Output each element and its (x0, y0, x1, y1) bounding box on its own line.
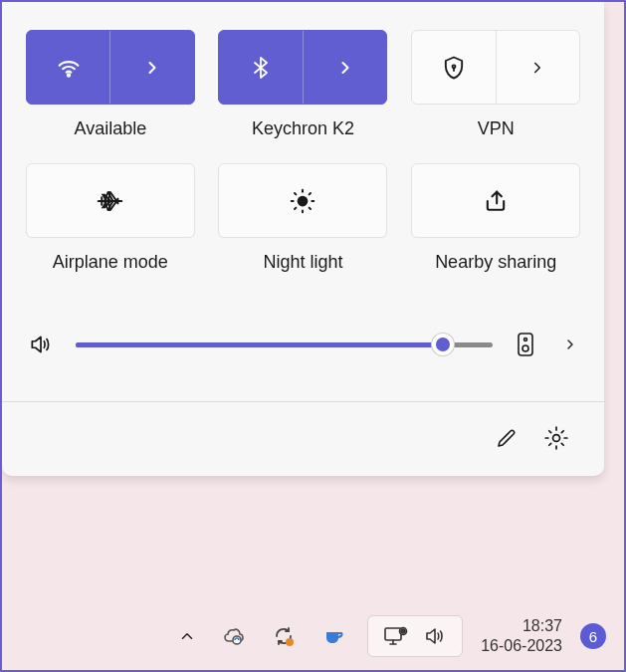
svg-rect-17 (385, 628, 401, 640)
night-light-tile: Night light (217, 163, 390, 273)
airplane-label: Airplane mode (53, 252, 168, 273)
nearby-sharing-label: Nearby sharing (435, 252, 556, 273)
svg-line-9 (295, 207, 296, 208)
airplane-icon (96, 186, 125, 216)
cup-icon (321, 624, 345, 648)
volume-button[interactable] (24, 328, 58, 361)
vpn-tile: VPN (409, 30, 582, 139)
volume-row (24, 328, 582, 361)
quick-settings-footer (24, 402, 582, 476)
share-icon (482, 187, 510, 215)
update-icon (272, 624, 296, 648)
wifi-button[interactable] (26, 30, 195, 105)
brightness-icon (288, 186, 317, 216)
chevron-right-icon (562, 336, 578, 352)
speaker-icon (28, 332, 54, 357)
svg-point-14 (553, 435, 560, 442)
svg-point-2 (299, 196, 308, 205)
chevron-right-icon (528, 59, 546, 77)
network-icon (382, 624, 408, 648)
cloud-sync-icon (222, 626, 246, 646)
audio-output-button[interactable] (511, 328, 540, 361)
wifi-label: Available (74, 118, 146, 139)
shield-lock-icon (440, 54, 468, 82)
svg-point-13 (522, 345, 528, 351)
wifi-toggle[interactable] (27, 31, 111, 104)
pencil-icon (495, 426, 519, 450)
chevron-up-icon (178, 627, 196, 645)
clock[interactable]: 18:37 16-06-2023 (481, 616, 562, 656)
quick-settings-tiles: Available Keychron K2 (24, 30, 582, 273)
bluetooth-label: Keychron K2 (252, 118, 354, 139)
night-light-button[interactable] (218, 163, 387, 238)
audio-expand[interactable] (558, 333, 582, 356)
taskbar: 18:37 16-06-2023 6 (2, 602, 624, 670)
speaker-device-icon (515, 332, 536, 357)
system-tray: 18:37 16-06-2023 6 (174, 615, 606, 657)
nearby-sharing-tile: Nearby sharing (409, 163, 582, 273)
chevron-right-icon (335, 58, 355, 78)
bluetooth-icon (249, 56, 273, 80)
network-volume-tray[interactable] (367, 615, 463, 657)
vpn-button[interactable] (411, 30, 580, 105)
windows-update-tray-icon[interactable] (268, 620, 300, 652)
svg-line-7 (295, 193, 296, 194)
bluetooth-expand[interactable] (304, 31, 387, 104)
onedrive-tray-icon[interactable] (218, 622, 250, 650)
notification-badge[interactable]: 6 (580, 623, 606, 649)
night-light-label: Night light (263, 252, 342, 273)
svg-point-12 (524, 338, 527, 341)
settings-button[interactable] (536, 418, 576, 458)
bluetooth-toggle[interactable] (219, 31, 304, 104)
time-text: 18:37 (481, 616, 562, 636)
bluetooth-button[interactable] (218, 30, 387, 105)
svg-point-16 (286, 638, 294, 646)
vpn-expand[interactable] (497, 31, 580, 104)
svg-line-10 (310, 193, 311, 194)
svg-line-8 (310, 207, 311, 208)
date-text: 16-06-2023 (481, 636, 562, 656)
tray-overflow-button[interactable] (174, 623, 200, 649)
app-tray-icon[interactable] (317, 620, 349, 652)
volume-slider[interactable] (76, 335, 493, 354)
speaker-icon (422, 624, 448, 648)
airplane-tile: Airplane mode (24, 163, 197, 273)
edit-button[interactable] (487, 418, 526, 458)
wifi-icon (55, 54, 83, 82)
svg-point-0 (67, 74, 69, 76)
vpn-label: VPN (478, 118, 515, 139)
chevron-right-icon (142, 58, 162, 78)
gear-icon (543, 425, 569, 451)
vpn-toggle[interactable] (412, 31, 497, 104)
wifi-expand[interactable] (110, 31, 194, 104)
nearby-sharing-button[interactable] (411, 163, 580, 238)
airplane-button[interactable] (26, 163, 195, 238)
wifi-tile: Available (24, 30, 197, 139)
quick-settings-panel: Available Keychron K2 (2, 2, 604, 476)
bluetooth-tile: Keychron K2 (217, 30, 390, 139)
